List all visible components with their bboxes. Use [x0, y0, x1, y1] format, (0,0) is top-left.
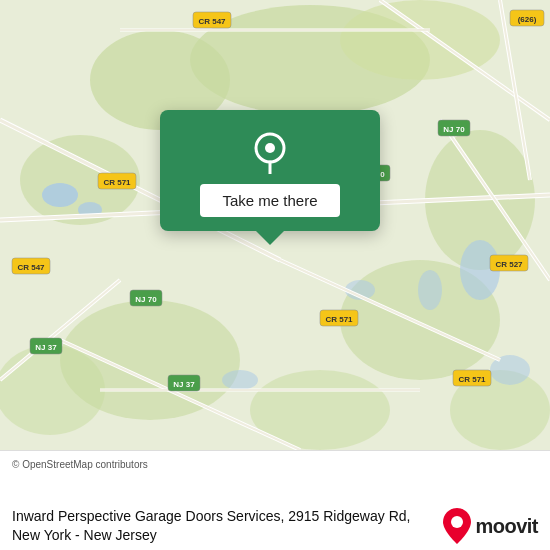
svg-text:CR 571: CR 571	[325, 315, 353, 324]
bottom-bar: © OpenStreetMap contributors Inward Pers…	[0, 450, 550, 550]
svg-text:NJ 37: NJ 37	[35, 343, 57, 352]
app-container: CR 547 NJ 70 NJ 70 CR 571 CR 527 NJ 37 N…	[0, 0, 550, 550]
svg-point-63	[265, 143, 275, 153]
moovit-pin-icon	[443, 508, 471, 544]
osm-attribution: © OpenStreetMap contributors	[12, 459, 538, 470]
moovit-logo: moovit	[443, 508, 538, 544]
svg-text:NJ 70: NJ 70	[443, 125, 465, 134]
address-text: Inward Perspective Garage Doors Services…	[12, 507, 431, 546]
address-row: Inward Perspective Garage Doors Services…	[12, 507, 538, 546]
svg-text:CR 527: CR 527	[495, 260, 523, 269]
map-area: CR 547 NJ 70 NJ 70 CR 571 CR 527 NJ 37 N…	[0, 0, 550, 450]
svg-text:NJ 37: NJ 37	[173, 380, 195, 389]
svg-text:CR 571: CR 571	[103, 178, 131, 187]
svg-point-11	[42, 183, 78, 207]
svg-text:CR 547: CR 547	[17, 263, 45, 272]
svg-point-9	[0, 345, 105, 435]
svg-text:CR 571: CR 571	[458, 375, 486, 384]
svg-text:(626): (626)	[518, 15, 537, 24]
moovit-wordmark: moovit	[475, 515, 538, 538]
svg-text:NJ 70: NJ 70	[135, 295, 157, 304]
svg-point-15	[222, 370, 258, 390]
location-pin-icon	[248, 130, 292, 174]
take-me-there-button[interactable]: Take me there	[200, 184, 339, 217]
svg-point-65	[451, 516, 463, 528]
popup-card: Take me there	[160, 110, 380, 231]
svg-text:CR 547: CR 547	[198, 17, 226, 26]
svg-point-16	[418, 270, 442, 310]
